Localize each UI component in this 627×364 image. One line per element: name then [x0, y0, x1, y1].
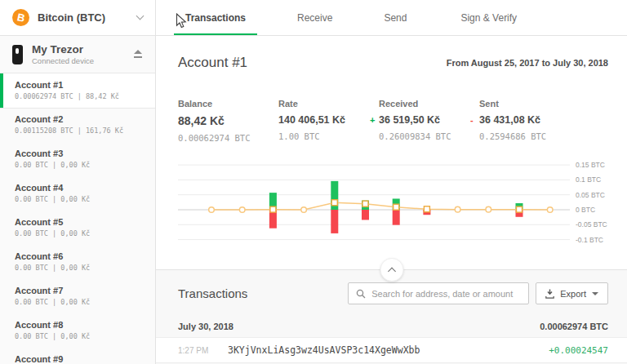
search-input[interactable] [371, 289, 521, 299]
tx-day-total: 0.00062974 BTC [540, 322, 608, 331]
tab-receive[interactable]: Receive [286, 0, 344, 35]
balance-chart: 0.15 BTC0.1 BTC0.05 BTC0 BTC-0.05 BTC-0.… [178, 162, 608, 262]
device-row: My Trezor Connected device [0, 36, 155, 73]
tx-date: July 30, 2018 [178, 322, 233, 331]
download-icon [545, 289, 554, 299]
coin-selector-label: Bitcoin (BTC) [38, 11, 137, 24]
transactions-title: Transactions [178, 286, 348, 300]
summary-balance: Balance88,42 Kč0.00062974 BTC [178, 99, 278, 143]
sidebar-account-1[interactable]: Account #10.00062974 BTC | 88,42 Kč [0, 73, 155, 108]
summary-rate: Rate140 406,51 Kč1.00 BTC [278, 99, 379, 143]
coin-selector[interactable]: B Bitcoin (BTC) [0, 0, 155, 36]
chart-svg: 0.15 BTC0.1 BTC0.05 BTC0 BTC-0.05 BTC-0.… [178, 162, 608, 262]
eject-icon[interactable] [133, 50, 143, 59]
device-status: Connected device [32, 56, 133, 65]
date-range: From August 25, 2017 to July 30, 2018 [447, 58, 608, 68]
sidebar-account-3[interactable]: Account #30.00 BTC | 0,00 Kč [0, 142, 155, 176]
chevron-down-icon [136, 12, 145, 20]
sidebar-account-6[interactable]: Account #60.00 BTC | 0,00 Kč [0, 245, 155, 279]
transaction-list: July 30, 20180.00062974 BTC1:27 PM3KYjVn… [156, 317, 627, 363]
minus-sign: - [470, 115, 474, 125]
transactions-section: Transactions Export Jul [156, 269, 627, 364]
sidebar: B Bitcoin (BTC) My Trezor Connected devi… [0, 0, 156, 364]
svg-text:-0.05 BTC: -0.05 BTC [576, 220, 607, 229]
tab-bar: TransactionsReceiveSendSign & Verify [156, 0, 627, 36]
sidebar-account-4[interactable]: Account #40.00 BTC | 0,00 Kč [0, 176, 155, 211]
tx-time: 1:27 PM [178, 346, 215, 355]
device-name: My Trezor [32, 43, 133, 55]
svg-text:0.05 BTC: 0.05 BTC [576, 191, 605, 199]
export-label: Export [560, 289, 586, 299]
trezor-device-icon [12, 45, 23, 64]
summary-sent: Sent-36 431,08 Kč0.2594686 BTC [479, 99, 580, 143]
tx-amount: +0.00024547 [549, 345, 608, 356]
sidebar-account-9[interactable]: Account #90.00 BTC | 0,00 Kč [0, 348, 155, 364]
search-box [348, 282, 529, 304]
search-icon [356, 289, 366, 299]
tab-transactions[interactable]: Transactions [174, 0, 257, 35]
balance-summary: Balance88,42 Kč0.00062974 BTCRate140 406… [178, 99, 608, 143]
svg-text:-0.1 BTC: -0.1 BTC [576, 236, 603, 244]
tx-address: 3KYjVnxLiAsg3wz4UsAVSP3c14XgeWwXbb [228, 344, 549, 356]
tab-sign-verify[interactable]: Sign & Verify [449, 0, 528, 35]
transaction-row[interactable]: 1:27 PM3KYjVnxLiAsg3wz4UsAVSP3c14XgeWwXb… [156, 337, 627, 363]
svg-text:0 BTC: 0 BTC [576, 206, 595, 214]
trezor-wallet-app: B Bitcoin (BTC) My Trezor Connected devi… [0, 0, 627, 364]
collapse-chart-button[interactable] [380, 258, 403, 282]
account-panel: Account #1 From August 25, 2017 to July … [156, 36, 627, 269]
tab-send[interactable]: Send [372, 0, 418, 35]
plus-sign: + [370, 115, 375, 125]
export-button[interactable]: Export [536, 282, 608, 304]
sidebar-account-8[interactable]: Account #80.00 BTC | 0,00 Kč [0, 313, 155, 348]
page-title: Account #1 [178, 55, 247, 71]
main-content: TransactionsReceiveSendSign & Verify Acc… [156, 0, 627, 364]
svg-text:0.15 BTC: 0.15 BTC [576, 162, 605, 169]
tx-date-header: July 30, 20180.00062974 BTC [156, 317, 627, 337]
svg-text:0.1 BTC: 0.1 BTC [576, 175, 601, 184]
sidebar-account-7[interactable]: Account #70.00 BTC | 0,00 Kč [0, 279, 155, 313]
account-list: Account #10.00062974 BTC | 88,42 KčAccou… [0, 73, 155, 364]
chevron-up-icon [388, 268, 396, 276]
summary-received: Received+36 519,50 Kč0.26009834 BTC [379, 99, 479, 143]
caret-down-icon [592, 292, 598, 295]
sidebar-account-5[interactable]: Account #50.00 BTC | 0,00 Kč [0, 211, 155, 245]
sidebar-account-2[interactable]: Account #20.00115208 BTC | 161,76 Kč [0, 108, 155, 142]
bitcoin-icon: B [12, 9, 29, 26]
